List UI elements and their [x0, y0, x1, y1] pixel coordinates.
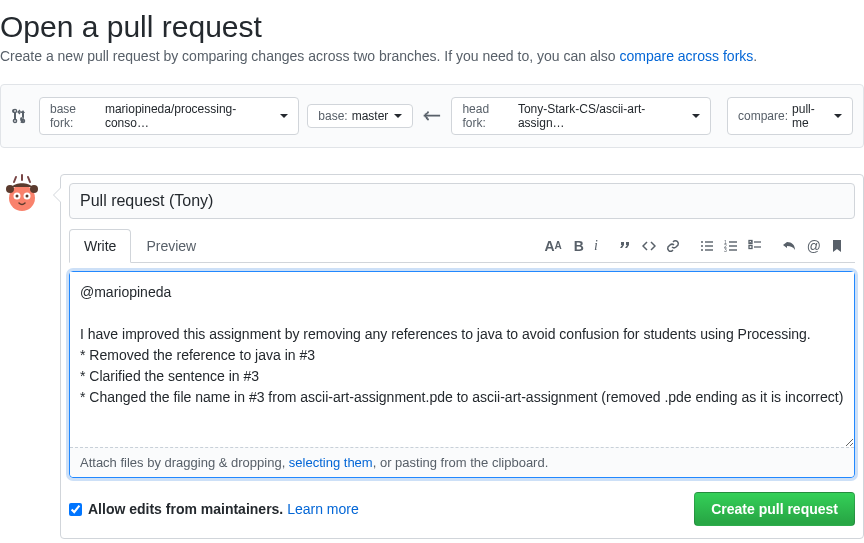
chevron-down-icon [834, 114, 842, 118]
head-fork-selector[interactable]: head fork: Tony-Stark-CS/ascii-art-assig… [451, 97, 711, 135]
svg-rect-25 [749, 245, 752, 248]
new-comment-form: Write Preview AA B i [60, 174, 864, 539]
base-value: master [352, 109, 389, 123]
attach-suffix: , or pasting from the clipboard. [373, 455, 549, 470]
base-fork-selector[interactable]: base fork: mariopineda/processing-conso… [39, 97, 299, 135]
svg-point-11 [701, 241, 703, 243]
base-fork-value: mariopineda/processing-conso… [105, 102, 274, 130]
chevron-down-icon [692, 114, 700, 118]
head-fork-value: Tony-Stark-CS/ascii-art-assign… [518, 102, 686, 130]
svg-rect-22 [729, 249, 737, 250]
chevron-down-icon [280, 114, 288, 118]
discussion-area: Write Preview AA B i [0, 174, 864, 539]
form-actions: Allow edits from maintainers. Learn more… [69, 492, 855, 526]
attach-files-hint: Attach files by dragging & dropping, sel… [70, 447, 854, 477]
comment-body-wrap: Attach files by dragging & dropping, sel… [69, 271, 855, 478]
chevron-down-icon [394, 114, 402, 118]
compare-value: pull-me [792, 102, 828, 130]
head-fork-label: head fork: [462, 102, 514, 130]
reply-icon[interactable] [782, 239, 797, 253]
learn-more-link[interactable]: Learn more [287, 501, 359, 517]
arrow-left-icon: 🡐 [423, 106, 441, 127]
bookmark-icon[interactable] [831, 239, 843, 253]
comment-tabnav: Write Preview AA B i [69, 229, 855, 263]
code-icon[interactable] [642, 239, 656, 253]
subtitle-text: Create a new pull request by comparing c… [0, 48, 619, 64]
bold-icon[interactable]: B [574, 238, 584, 254]
numbered-list-icon[interactable]: 123 [724, 239, 738, 253]
svg-point-13 [701, 245, 703, 247]
compare-branch-selector[interactable]: compare: pull-me [727, 97, 853, 135]
comment-body-textarea[interactable] [70, 272, 854, 447]
text-size-icon[interactable]: AA [544, 238, 563, 254]
pr-title-input[interactable] [69, 183, 855, 219]
mention-icon[interactable]: @ [807, 238, 821, 254]
allow-edits-wrap[interactable]: Allow edits from maintainers. Learn more [69, 501, 359, 517]
svg-rect-14 [705, 245, 713, 246]
page-subtitle: Create a new pull request by comparing c… [0, 48, 864, 64]
svg-point-1 [13, 119, 16, 122]
tab-preview[interactable]: Preview [131, 229, 211, 262]
select-files-link[interactable]: selecting them [289, 455, 373, 470]
branch-range-editor: base fork: mariopineda/processing-conso…… [0, 84, 864, 148]
bullet-list-icon[interactable] [700, 239, 714, 253]
svg-point-8 [26, 195, 29, 198]
page-title: Open a pull request [0, 10, 864, 44]
quote-icon[interactable] [618, 239, 632, 253]
create-pull-request-button[interactable]: Create pull request [694, 492, 855, 526]
allow-edits-checkbox[interactable] [69, 503, 82, 516]
svg-rect-16 [705, 249, 713, 250]
base-label: base: [318, 109, 347, 123]
allow-edits-label: Allow edits from maintainers. [88, 501, 283, 517]
svg-rect-12 [705, 241, 713, 242]
compare-label: compare: [738, 109, 788, 123]
svg-text:3: 3 [724, 247, 727, 253]
svg-point-7 [16, 195, 19, 198]
italic-icon[interactable]: i [594, 238, 598, 254]
avatar [0, 174, 44, 218]
base-fork-label: base fork: [50, 102, 101, 130]
attach-prefix: Attach files by dragging & dropping, [80, 455, 289, 470]
tab-write[interactable]: Write [69, 229, 131, 263]
svg-point-15 [701, 249, 703, 251]
task-list-icon[interactable] [748, 239, 762, 253]
markdown-toolbar: AA B i [538, 238, 855, 254]
svg-rect-18 [729, 241, 737, 242]
compare-forks-link[interactable]: compare across forks [619, 48, 753, 64]
subtitle-suffix: . [753, 48, 757, 64]
base-branch-selector[interactable]: base: master [307, 104, 413, 128]
svg-point-0 [13, 109, 16, 112]
git-compare-icon [11, 108, 27, 124]
link-icon[interactable] [666, 239, 680, 253]
svg-rect-20 [729, 245, 737, 246]
